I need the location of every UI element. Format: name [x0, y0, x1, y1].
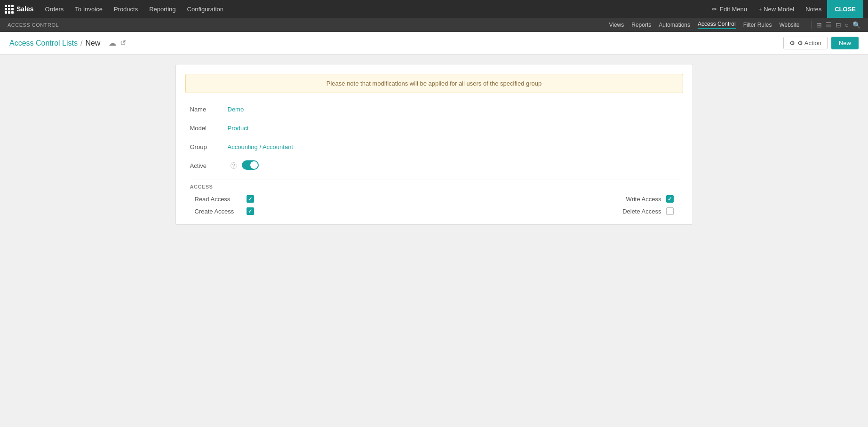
- nav-to-invoice[interactable]: To Invoice: [70, 4, 107, 15]
- nav-filter-rules[interactable]: Filter Rules: [743, 22, 772, 28]
- second-bar-right: Views Reports Automations Access Control…: [609, 21, 860, 29]
- name-value[interactable]: Demo: [228, 106, 244, 113]
- close-button[interactable]: CLOSE: [827, 0, 863, 18]
- breadcrumb-actions: ☁ ↺: [109, 39, 126, 47]
- breadcrumb-separator: /: [80, 39, 82, 47]
- nav-views[interactable]: Views: [609, 22, 624, 28]
- active-label-wrapper: Active ?: [190, 162, 237, 169]
- form-fields: Name Demo Model Product Group Accounting…: [185, 103, 683, 215]
- discard-icon[interactable]: ↺: [120, 39, 126, 47]
- toggle-track: [242, 160, 259, 170]
- app-logo[interactable]: Sales: [5, 5, 34, 14]
- create-access-checkbox[interactable]: [247, 207, 254, 215]
- nav-reports[interactable]: Reports: [631, 22, 651, 28]
- main-content: Please note that modifications will be a…: [0, 55, 868, 427]
- warning-banner: Please note that modifications will be a…: [185, 74, 683, 93]
- delete-access-checkbox[interactable]: [666, 207, 674, 215]
- access-grid: Read Access Write Access Create Access D…: [195, 195, 674, 215]
- page-actions: ⚙ ⚙ Action New: [783, 37, 859, 49]
- group-label: Group: [190, 143, 228, 150]
- group-row: Group Accounting / Accountant: [190, 140, 678, 153]
- save-cloud-icon[interactable]: ☁: [109, 39, 116, 47]
- active-label: Active: [190, 162, 228, 169]
- nav-orders[interactable]: Orders: [40, 4, 69, 15]
- top-nav-right: ✏ Edit Menu + New Model Notes CLOSE: [706, 0, 863, 18]
- create-access-label: Create Access: [195, 208, 242, 215]
- active-help-icon[interactable]: ?: [231, 162, 237, 169]
- read-access-label: Read Access: [195, 196, 242, 203]
- model-value[interactable]: Product: [228, 125, 249, 132]
- write-access-checkbox[interactable]: [666, 195, 674, 203]
- new-model-button[interactable]: + New Model: [753, 3, 800, 16]
- search-icon[interactable]: 🔍: [852, 21, 860, 29]
- module-label: ACCESS CONTROL: [8, 22, 59, 28]
- kanban-view-icon[interactable]: ⊞: [816, 21, 822, 29]
- nav-reporting[interactable]: Reporting: [144, 4, 180, 15]
- edit-menu-button[interactable]: ✏ Edit Menu: [706, 3, 753, 16]
- grid-icon: [5, 5, 14, 14]
- write-access-row: Write Access: [434, 195, 674, 203]
- read-access-checkbox[interactable]: [247, 195, 254, 203]
- nav-automations[interactable]: Automations: [659, 22, 690, 28]
- nav-access-control[interactable]: Access Control: [698, 21, 736, 29]
- breadcrumb: Access Control Lists / New ☁ ↺: [9, 39, 126, 47]
- gear-icon: ⚙: [789, 40, 795, 47]
- active-toggle[interactable]: [242, 160, 259, 170]
- model-label: Model: [190, 125, 228, 132]
- page-header: Access Control Lists / New ☁ ↺ ⚙ ⚙ Actio…: [0, 32, 868, 55]
- model-row: Model Product: [190, 121, 678, 134]
- access-section-heading: ACCESS: [190, 180, 678, 190]
- action-button[interactable]: ⚙ ⚙ Action: [783, 37, 828, 49]
- nav-website[interactable]: Website: [779, 22, 799, 28]
- pivot-view-icon[interactable]: ⊟: [836, 21, 841, 29]
- write-access-label: Write Access: [626, 196, 661, 203]
- read-access-row: Read Access: [195, 195, 434, 203]
- clock-icon[interactable]: ○: [845, 21, 849, 29]
- name-row: Name Demo: [190, 103, 678, 116]
- pencil-icon: ✏: [712, 6, 717, 13]
- delete-access-label: Delete Access: [622, 208, 661, 215]
- create-access-row: Create Access: [195, 207, 434, 215]
- second-bar: ACCESS CONTROL Views Reports Automations…: [0, 18, 868, 32]
- view-icons: ⊞ ☰ ⊟ ○ 🔍: [811, 21, 860, 29]
- new-record-button[interactable]: New: [831, 37, 859, 49]
- list-view-icon[interactable]: ☰: [826, 21, 832, 29]
- name-label: Name: [190, 106, 228, 113]
- breadcrumb-parent[interactable]: Access Control Lists: [9, 39, 78, 47]
- group-value[interactable]: Accounting / Accountant: [228, 143, 293, 150]
- active-row: Active ?: [190, 159, 678, 172]
- form-card: Please note that modifications will be a…: [175, 64, 693, 225]
- nav-products[interactable]: Products: [109, 4, 143, 15]
- nav-configuration[interactable]: Configuration: [183, 4, 228, 15]
- delete-access-row: Delete Access: [434, 207, 674, 215]
- breadcrumb-current: New: [85, 39, 100, 47]
- toggle-thumb: [250, 161, 258, 169]
- notes-button[interactable]: Notes: [800, 3, 827, 16]
- top-nav: Sales Orders To Invoice Products Reporti…: [0, 0, 868, 18]
- warning-text: Please note that modifications will be a…: [326, 80, 542, 87]
